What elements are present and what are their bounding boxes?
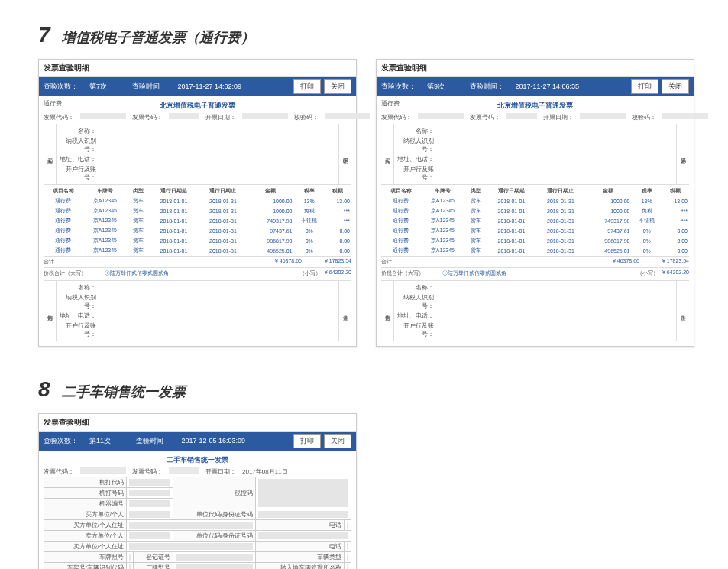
upper-total-row: 价税合计（大写） ☉陆万肆仟贰佰零贰圆贰角 （小写） ¥ 64202.20 [381, 267, 689, 279]
invoice-heading: 二手车销售统一发票 [44, 454, 351, 467]
items-table: 项目名称车牌号类型通行日期起通行日期止金额税率税额 通行费京A12345货车20… [44, 186, 351, 256]
invoice-body: 通行费 北京增值税电子普通发票 发票代码： 发票号码： 开票日期： 校验码： 购… [39, 96, 356, 346]
section-title: 增值税电子普通发票（通行费） [62, 28, 254, 47]
card-title: 发票查验明细 [377, 60, 694, 77]
total-row: 合计 ¥ 46378.66 ¥ 17823.54 [44, 256, 351, 267]
check-info: 查验次数：第9次 查验时间：2017-11-27 14:06:35 [381, 82, 628, 92]
invoice-card-1: 发票查验明细 查验次数：第7次 查验时间：2017-11-27 14:02:09… [38, 59, 357, 347]
meta-row: 发票代码： 发票号码： 开票日期： 校验码： [381, 112, 689, 122]
invoice-card-2: 发票查验明细 查验次数：第9次 查验时间：2017-11-27 14:06:35… [376, 59, 694, 347]
meta-row: 发票代码： 发票号码： 开票日期：2017年08月11日 [44, 467, 351, 477]
card-title: 发票查验明细 [39, 60, 356, 77]
invoice-heading: 北京增值税电子普通发票 [412, 99, 658, 112]
print-button[interactable]: 打印 [293, 79, 321, 94]
buyer-block: 购买方 名称： 纳税人识别号： 地址、电话： 开户行及账号： 密码区 [381, 124, 689, 185]
check-info: 查验次数：第7次 查验时间：2017-11-27 14:02:09 [44, 82, 290, 92]
close-button[interactable]: 关闭 [662, 79, 689, 94]
items-table: 项目名称车牌号类型通行日期起通行日期止金额税率税额 通行费京A12345货车20… [381, 186, 689, 256]
usedcar-table: 机打代码税控码 机打号码 机器编号 买方单位/个人单位代码/身份证号码 买方单位… [44, 477, 351, 569]
card-info-bar: 查验次数：第9次 查验时间：2017-11-27 14:06:35 打印 关闭 [377, 77, 694, 96]
seller-block: 销售方 名称： 纳税人识别号： 地址、电话： 开户行及账号： 备注 [381, 280, 689, 341]
section-7-header: 7 增值税电子普通发票（通行费） [38, 23, 713, 47]
invoice-body: 通行费 北京增值税电子普通发票 发票代码： 发票号码： 开票日期： 校验码： 购… [377, 96, 694, 346]
toll-type-label: 通行费 [381, 99, 412, 112]
print-button[interactable]: 打印 [631, 79, 658, 94]
close-button[interactable]: 关闭 [324, 79, 351, 94]
seller-block: 销售方 名称： 纳税人识别号： 地址、电话： 开户行及账号： 备注 [44, 280, 351, 341]
usedcar-card: 发票查验明细 查验次数：第11次 查验时间：2017-12-05 16:03:0… [38, 413, 357, 569]
invoice-body: 二手车销售统一发票 发票代码： 发票号码： 开票日期：2017年08月11日 机… [39, 451, 356, 569]
section-number: 7 [38, 23, 50, 47]
meta-row: 发票代码： 发票号码： 开票日期： 校验码： [44, 112, 351, 122]
check-info: 查验次数：第11次 查验时间：2017-12-05 16:03:09 [44, 436, 290, 446]
section-title: 二手车销售统一发票 [62, 383, 186, 401]
invoice-heading: 北京增值税电子普通发票 [74, 99, 321, 112]
usedcar-cards: 发票查验明细 查验次数：第11次 查验时间：2017-12-05 16:03:0… [38, 413, 713, 569]
print-button[interactable]: 打印 [293, 434, 321, 448]
card-title: 发票查验明细 [39, 414, 356, 432]
card-info-bar: 查验次数：第11次 查验时间：2017-12-05 16:03:09 打印 关闭 [39, 432, 356, 451]
toll-invoice-cards: 发票查验明细 查验次数：第7次 查验时间：2017-11-27 14:02:09… [38, 59, 713, 347]
section-8-header: 8 二手车销售统一发票 [38, 377, 713, 402]
buyer-block: 购买方 名称： 纳税人识别号： 地址、电话： 开户行及账号： 密码区 [44, 124, 351, 185]
close-button[interactable]: 关闭 [324, 434, 351, 448]
toll-type-label: 通行费 [44, 99, 74, 112]
section-number: 8 [38, 377, 50, 402]
upper-total-row: 价税合计（大写） ☉陆万肆仟贰佰零贰圆贰角 （小写） ¥ 64202.20 [44, 267, 351, 279]
total-row: 合计 ¥ 46378.66 ¥ 17823.54 [381, 256, 689, 267]
card-info-bar: 查验次数：第7次 查验时间：2017-11-27 14:02:09 打印 关闭 [39, 77, 356, 96]
